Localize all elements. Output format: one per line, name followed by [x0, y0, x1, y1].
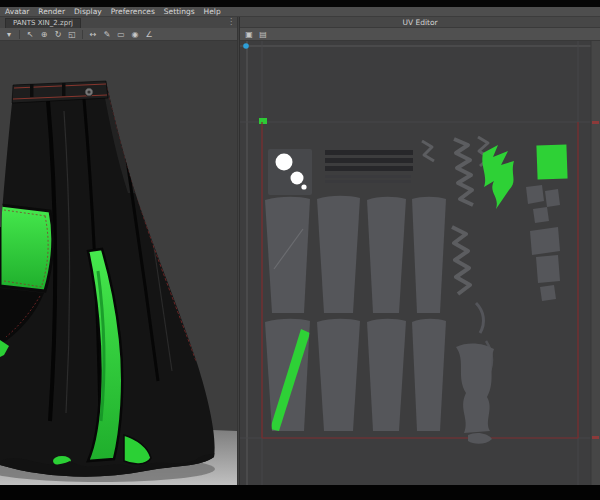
- menu-item-avatar[interactable]: Avatar: [5, 7, 29, 17]
- menu-item-render[interactable]: Render: [38, 7, 65, 17]
- uv-island-small-pieces[interactable]: [526, 185, 560, 223]
- menu-item-settings[interactable]: Settings: [164, 7, 195, 17]
- menu-item-preferences[interactable]: Preferences: [111, 7, 155, 17]
- pin-tool-icon[interactable]: ◉: [129, 29, 141, 40]
- view-dropdown-icon[interactable]: ▾: [3, 29, 15, 40]
- select-tool-icon[interactable]: ↖: [24, 29, 36, 40]
- uv-editor-title: UV Editor: [402, 18, 437, 27]
- uv-canvas[interactable]: [240, 41, 600, 485]
- uv-editor-titlebar[interactable]: UV Editor: [240, 17, 600, 28]
- move-tool-icon[interactable]: ⊕: [38, 29, 50, 40]
- toolbar-separator: [82, 30, 83, 39]
- 3d-toolbar: ▾ ↖ ⊕ ↻ ◱ ↔ ✎ ▭ ◉ ∠: [0, 28, 237, 41]
- uv-island-small-rects[interactable]: [530, 227, 560, 301]
- window-bottom-strip: [0, 485, 600, 500]
- rectangle-tool-icon[interactable]: ▭: [115, 29, 127, 40]
- menu-item-display[interactable]: Display: [74, 7, 102, 17]
- uv-island-wavy[interactable]: [456, 343, 494, 433]
- uv-island-green-jagged[interactable]: [482, 145, 514, 209]
- main-area: PANTS XIN_2.zprj ⋮ ▾ ↖ ⊕ ↻ ◱ ↔ ✎ ▭ ◉ ∠: [0, 17, 600, 485]
- uv-island-tape[interactable]: [422, 141, 434, 161]
- uv-layout[interactable]: [240, 41, 600, 485]
- green-pocket-panel: [0, 205, 53, 291]
- uv-island-waistband-strips[interactable]: [325, 150, 413, 183]
- 3d-view-pane: PANTS XIN_2.zprj ⋮ ▾ ↖ ⊕ ↻ ◱ ↔ ✎ ▭ ◉ ∠: [0, 17, 237, 485]
- uv-tool-icon-2[interactable]: ▤: [257, 29, 269, 40]
- menu-bar: Avatar Render Display Preferences Settin…: [0, 7, 600, 17]
- rotate-tool-icon[interactable]: ↻: [52, 29, 64, 40]
- pan-tool-icon[interactable]: ↔: [87, 29, 99, 40]
- uv-island-tape[interactable]: [452, 227, 470, 294]
- application-window: Avatar Render Display Preferences Settin…: [0, 0, 600, 500]
- pen-tool-icon[interactable]: ✎: [101, 29, 113, 40]
- uv-islands[interactable]: [265, 137, 568, 444]
- project-tab[interactable]: PANTS XIN_2.zprj: [5, 18, 81, 28]
- panel-handle-icon[interactable]: ⋮: [227, 17, 235, 27]
- toolbar-separator: [19, 30, 20, 39]
- project-tab-bar: PANTS XIN_2.zprj ⋮: [0, 17, 237, 28]
- uv-island-wavy-small[interactable]: [468, 433, 492, 444]
- uv-island-pant-panels-row1[interactable]: [265, 196, 446, 313]
- 3d-viewport[interactable]: [0, 41, 237, 485]
- uv-tool-icon-1[interactable]: ▣: [243, 29, 255, 40]
- ruler-origin-dot[interactable]: [243, 43, 249, 49]
- uv-editor-pane: UV Editor ▣ ▤: [240, 17, 600, 485]
- measure-tool-icon[interactable]: ∠: [143, 29, 155, 40]
- canvas-right-strip: [591, 41, 600, 485]
- uv-island-buttons[interactable]: [268, 149, 312, 195]
- uv-toolbar: ▣ ▤: [240, 28, 600, 41]
- scale-tool-icon[interactable]: ◱: [66, 29, 78, 40]
- garment-3d-render[interactable]: [0, 41, 237, 485]
- menu-item-help[interactable]: Help: [204, 7, 221, 17]
- uv-island-green-rect[interactable]: [536, 144, 567, 179]
- uv-island-tape[interactable]: [454, 139, 473, 205]
